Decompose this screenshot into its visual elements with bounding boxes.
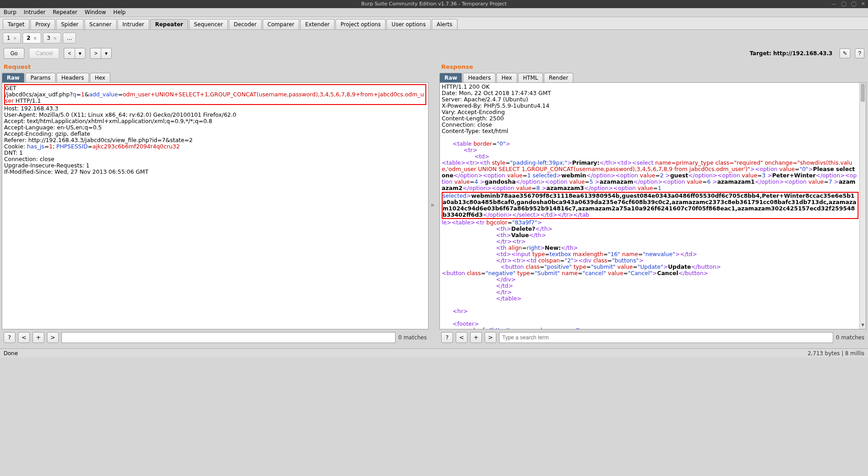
response-tab-render[interactable]: Render — [544, 73, 573, 82]
menu-intruder[interactable]: Intruder — [20, 8, 49, 17]
response-searchbar: ? < + > 0 matches — [439, 329, 866, 346]
tab-decoder[interactable]: Decoder — [229, 19, 262, 29]
response-tab-hex[interactable]: Hex — [496, 73, 517, 82]
restore-icon[interactable]: ◯ — [851, 0, 856, 8]
history-forward-button[interactable]: > — [90, 48, 101, 59]
maximize-icon[interactable]: ◯ — [841, 0, 846, 8]
highlighted-leak: selected>webminb78aae356709f8c31118ea613… — [442, 192, 859, 219]
tab-intruder[interactable]: Intruder — [118, 19, 149, 29]
request-editor[interactable]: GET /jabcd0cs/ajax_udf.php?q=1&add_value… — [2, 83, 428, 329]
search-add-button[interactable]: + — [33, 332, 44, 343]
response-match-count: 0 matches — [836, 334, 864, 341]
subtab-2[interactable]: 2× — [23, 33, 41, 43]
tab-proxy[interactable]: Proxy — [30, 19, 55, 29]
tab-spider[interactable]: Spider — [56, 19, 84, 29]
subtab-3[interactable]: 3× — [43, 33, 61, 43]
response-tab-raw[interactable]: Raw — [439, 73, 462, 82]
pane-resize-handle[interactable] — [431, 63, 437, 346]
close-icon[interactable]: ✕ — [861, 0, 865, 8]
tab-project-options[interactable]: Project options — [335, 19, 386, 29]
window-controls: — ◯ ◯ ✕ — [831, 0, 865, 8]
window-title: Burp Suite Community Edition v1.7.36 - T… — [361, 1, 507, 7]
tab-user-options[interactable]: User options — [387, 19, 430, 29]
request-tab-hex[interactable]: Hex — [90, 73, 110, 82]
search-help-button[interactable]: ? — [441, 332, 453, 343]
response-tab-html[interactable]: HTML — [518, 73, 543, 82]
request-tab-params[interactable]: Params — [25, 73, 55, 82]
cancel-button: Cancel — [29, 48, 59, 59]
history-back-button[interactable]: < — [64, 48, 75, 59]
search-next-button[interactable]: > — [47, 332, 59, 343]
response-editor[interactable]: HTTP/1.1 200 OK Date: Mon, 22 Oct 2018 1… — [440, 83, 866, 329]
request-tabs: Raw Params Headers Hex — [2, 73, 429, 83]
tab-repeater[interactable]: Repeater — [150, 19, 188, 29]
tab-sequencer[interactable]: Sequencer — [189, 19, 228, 29]
request-title: Request — [2, 63, 429, 72]
statusbar: Done 2,713 bytes | 8 millis — [0, 348, 868, 357]
response-search-input[interactable] — [499, 332, 833, 343]
tab-alerts[interactable]: Alerts — [432, 19, 458, 29]
tab-target[interactable]: Target — [3, 19, 29, 29]
request-tab-headers[interactable]: Headers — [57, 73, 89, 82]
request-searchbar: ? < + > 0 matches — [2, 329, 429, 346]
subtab-more[interactable]: ... — [63, 33, 76, 43]
history-back-group: < ▾ — [64, 48, 85, 59]
repeater-toolbar: Go Cancel < ▾ > ▾ Target: http://192.168… — [0, 43, 868, 63]
window-titlebar: Burp Suite Community Edition v1.7.36 - T… — [0, 0, 868, 8]
close-icon[interactable]: × — [33, 36, 37, 41]
highlighted-request-line: GET /jabcd0cs/ajax_udf.php?q=1&add_value… — [4, 84, 426, 105]
minimize-icon[interactable]: — — [831, 0, 836, 8]
request-pane: Request Raw Params Headers Hex GET /jabc… — [2, 63, 429, 346]
target-label: Target: http://192.168.43.3 — [750, 50, 832, 57]
edit-target-button[interactable]: ✎ — [840, 48, 850, 58]
scroll-down-icon[interactable]: ▼ — [860, 323, 866, 329]
help-button[interactable]: ? — [855, 48, 864, 58]
menu-repeater[interactable]: Repeater — [49, 8, 81, 17]
repeater-subtabs: 1× 2× 3× ... — [0, 30, 868, 43]
request-match-count: 0 matches — [398, 334, 427, 341]
close-icon[interactable]: × — [53, 36, 57, 41]
menu-burp[interactable]: Burp — [0, 8, 20, 17]
split-view: Request Raw Params Headers Hex GET /jabc… — [0, 63, 868, 348]
search-prev-button[interactable]: < — [456, 332, 467, 343]
search-prev-button[interactable]: < — [18, 332, 30, 343]
tab-comparer[interactable]: Comparer — [263, 19, 299, 29]
status-left: Done — [4, 350, 18, 357]
response-scrollbar[interactable]: ▲ ▼ — [859, 83, 866, 329]
close-icon[interactable]: × — [13, 36, 17, 41]
scroll-thumb[interactable] — [861, 84, 865, 102]
response-tabs: Raw Headers Hex HTML Render — [439, 73, 866, 83]
menu-help[interactable]: Help — [110, 8, 129, 17]
tab-extender[interactable]: Extender — [300, 19, 335, 29]
history-forward-group: > ▾ — [90, 48, 112, 59]
search-next-button[interactable]: > — [485, 332, 496, 343]
menubar: Burp Intruder Repeater Window Help — [0, 8, 868, 17]
status-right: 2,713 bytes | 8 millis — [807, 350, 864, 357]
history-back-dropdown[interactable]: ▾ — [75, 48, 85, 59]
response-tab-headers[interactable]: Headers — [463, 73, 495, 82]
tab-scanner[interactable]: Scanner — [85, 19, 117, 29]
menu-window[interactable]: Window — [81, 8, 109, 17]
go-button[interactable]: Go — [4, 48, 24, 59]
search-help-button[interactable]: ? — [4, 332, 15, 343]
history-forward-dropdown[interactable]: ▾ — [101, 48, 112, 59]
response-title: Response — [439, 63, 866, 72]
request-tab-raw[interactable]: Raw — [2, 73, 24, 82]
request-search-input[interactable] — [61, 332, 396, 343]
search-add-button[interactable]: + — [470, 332, 482, 343]
subtab-1[interactable]: 1× — [3, 33, 21, 43]
response-pane: Response Raw Headers Hex HTML Render HTT… — [439, 63, 866, 346]
main-tabs: Target Proxy Spider Scanner Intruder Rep… — [0, 17, 868, 30]
